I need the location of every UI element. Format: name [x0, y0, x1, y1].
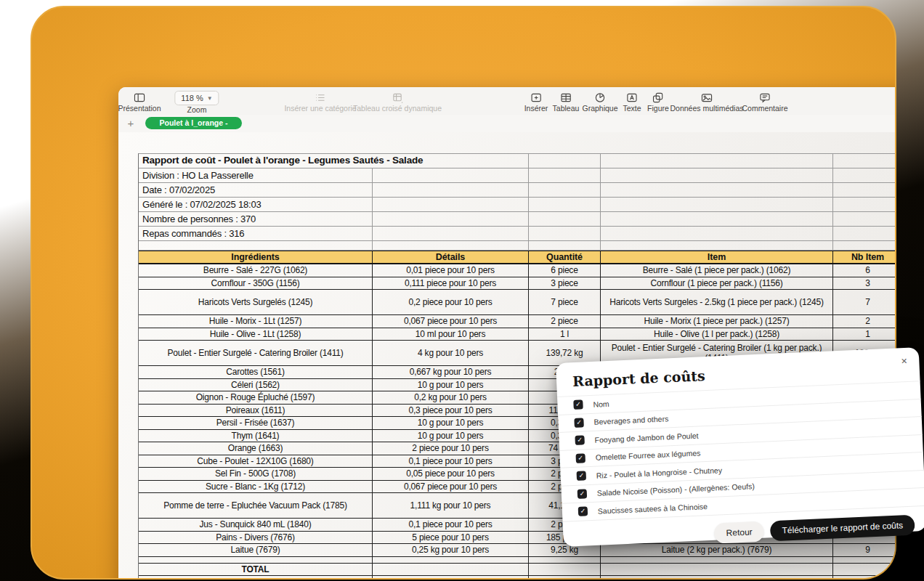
nbitem-cell[interactable]: 7: [833, 290, 896, 315]
ingredient-cell[interactable]: Pains - Divers (7676): [139, 532, 373, 545]
ingredient-cell[interactable]: Carottes (1561): [139, 366, 373, 379]
report-title-cell[interactable]: Rapport de coût - Poulet à l'orange - Le…: [139, 154, 529, 168]
ingredient-cell[interactable]: Poireaux (1611): [139, 405, 373, 418]
shape-button[interactable]: Figure: [647, 91, 669, 113]
quantity-cell[interactable]: 7 piece: [529, 290, 601, 315]
details-cell[interactable]: 5 piece pour 10 pers: [373, 532, 529, 545]
quantity-cell[interactable]: 3 piece: [529, 277, 601, 290]
column-header[interactable]: Quantité: [529, 251, 601, 264]
empty-cell[interactable]: [833, 154, 896, 168]
details-cell[interactable]: 10 ml pour 10 pers: [373, 328, 529, 341]
column-header[interactable]: Ingrédients: [139, 251, 373, 264]
column-header[interactable]: Nb Item: [833, 251, 896, 264]
ingredient-cell[interactable]: Haricots Verts Surgelés (1245): [139, 290, 373, 315]
empty-cell[interactable]: [529, 154, 601, 168]
ingredient-cell[interactable]: Huile - Olive - 1Lt (1258): [139, 328, 373, 341]
ingredient-cell[interactable]: Sel Fin - 500G (1708): [139, 468, 373, 481]
details-cell[interactable]: 0,067 piece pour 10 pers: [373, 315, 529, 328]
quantity-cell[interactable]: 2 piece: [529, 315, 601, 328]
checkbox[interactable]: ✓: [575, 453, 585, 463]
empty-cell[interactable]: [139, 241, 373, 251]
empty-cell[interactable]: [529, 241, 601, 251]
empty-cell[interactable]: [833, 241, 896, 251]
empty-cell[interactable]: [373, 564, 529, 577]
empty-cell[interactable]: [601, 576, 833, 580]
details-cell[interactable]: 0,067 piece pour 10 pers: [373, 481, 529, 494]
empty-cell[interactable]: [373, 241, 529, 251]
quantity-cell[interactable]: 1 l: [529, 328, 601, 341]
empty-cell[interactable]: [529, 227, 601, 241]
ingredient-cell[interactable]: Laitue (7679): [139, 544, 373, 557]
total-per-person-cell[interactable]: TOTAL PAR PERSONNE: [139, 576, 373, 580]
details-cell[interactable]: 4 kg pour 10 pers: [373, 341, 529, 366]
text-button[interactable]: Texte: [623, 91, 641, 113]
details-cell[interactable]: 2 piece pour 10 pers: [373, 442, 529, 455]
ingredient-cell[interactable]: Pomme de terre - Epluchée Vacuum Pack (1…: [139, 493, 373, 519]
empty-cell[interactable]: [139, 557, 373, 564]
ingredient-cell[interactable]: Oignon - Rouge Épluché (1597): [139, 391, 373, 405]
empty-cell[interactable]: [373, 576, 529, 580]
empty-cell[interactable]: [833, 557, 896, 564]
checkbox[interactable]: ✓: [578, 489, 588, 499]
empty-cell[interactable]: [373, 212, 529, 227]
nbitem-cell[interactable]: 1: [833, 328, 896, 341]
empty-cell[interactable]: [601, 168, 833, 183]
empty-cell[interactable]: [373, 183, 529, 198]
back-button[interactable]: Retour: [714, 521, 764, 543]
details-cell[interactable]: 0,2 piece pour 10 pers: [373, 290, 529, 315]
details-cell[interactable]: 10 g pour 10 pers: [373, 417, 529, 430]
ingredient-cell[interactable]: Céleri (1562): [139, 379, 373, 392]
details-cell[interactable]: 0,111 piece pour 10 pers: [373, 277, 529, 290]
details-cell[interactable]: 10 g pour 10 pers: [373, 430, 529, 443]
insert-button[interactable]: Insérer: [524, 91, 548, 113]
ingredient-cell[interactable]: Cornflour - 350G (1156): [139, 277, 373, 290]
empty-cell[interactable]: [373, 198, 529, 212]
empty-cell[interactable]: [601, 227, 833, 241]
close-icon[interactable]: ✕: [899, 355, 909, 368]
empty-cell[interactable]: [529, 564, 601, 577]
details-cell[interactable]: 0,01 piece pour 10 pers: [373, 264, 529, 277]
nbitem-cell[interactable]: 6: [833, 264, 896, 277]
ingredient-cell[interactable]: Orange (1663): [139, 442, 373, 455]
sheet-tab[interactable]: Poulet à l_orange -: [145, 117, 242, 129]
details-cell[interactable]: 0,2 kg pour 10 pers: [373, 391, 529, 405]
quantity-cell[interactable]: 6 piece: [529, 264, 601, 277]
details-cell[interactable]: 1,111 kg pour 10 pers: [373, 493, 529, 519]
zoom-control[interactable]: 118 % ▼ Zoom: [174, 91, 219, 114]
checkbox[interactable]: ✓: [577, 471, 587, 482]
details-cell[interactable]: 10 g pour 10 pers: [373, 379, 529, 392]
column-header[interactable]: Détails: [373, 251, 529, 264]
presentation-button[interactable]: Présentation: [118, 91, 161, 113]
empty-cell[interactable]: [833, 183, 896, 198]
checkbox[interactable]: ✓: [578, 507, 588, 517]
total-cell[interactable]: TOTAL: [139, 564, 373, 577]
comment-button[interactable]: Commentaire: [742, 91, 787, 113]
nbitem-cell[interactable]: 9: [833, 544, 896, 557]
info-cell[interactable]: Généré le : 07/02/2025 18:03: [139, 198, 373, 212]
empty-cell[interactable]: [529, 183, 601, 198]
ingredient-cell[interactable]: Thym (1641): [139, 430, 373, 443]
item-cell[interactable]: Beurre - Salé (1 piece per pack.) (1062): [601, 264, 833, 277]
ingredient-cell[interactable]: Poulet - Entier Surgelé - Catering Broil…: [139, 341, 373, 366]
empty-cell[interactable]: [833, 564, 896, 577]
ingredient-cell[interactable]: Jus - Sunquick 840 mL (1840): [139, 519, 373, 532]
empty-cell[interactable]: [833, 198, 896, 212]
empty-cell[interactable]: [601, 557, 833, 564]
table-button[interactable]: Tableau: [553, 91, 580, 113]
ingredient-cell[interactable]: Huile - Morix - 1Lt (1257): [139, 315, 373, 328]
details-cell[interactable]: 0,667 kg pour 10 pers: [373, 366, 529, 379]
empty-cell[interactable]: [601, 241, 833, 251]
info-cell[interactable]: Repas commandés : 316: [139, 227, 373, 241]
item-cell[interactable]: Haricots Verts Surgeles - 2.5kg (1 piece…: [601, 290, 833, 315]
details-cell[interactable]: 0,3 piece pour 10 pers: [373, 405, 529, 418]
details-cell[interactable]: 0,25 kg pour 10 pers: [373, 544, 529, 557]
ingredient-cell[interactable]: Beurre - Salé - 227G (1062): [139, 264, 373, 277]
ingredient-cell[interactable]: Persil - Frisée (1637): [139, 417, 373, 430]
info-cell[interactable]: Nombre de personnes : 370: [139, 212, 373, 227]
empty-cell[interactable]: [833, 227, 896, 241]
empty-cell[interactable]: [373, 168, 529, 183]
chart-button[interactable]: Graphique: [582, 91, 617, 113]
empty-cell[interactable]: [529, 557, 601, 564]
item-cell[interactable]: Huile - Olive (1 l per pack.) (1258): [601, 328, 833, 341]
details-cell[interactable]: 0,1 piece pour 10 pers: [373, 519, 529, 532]
